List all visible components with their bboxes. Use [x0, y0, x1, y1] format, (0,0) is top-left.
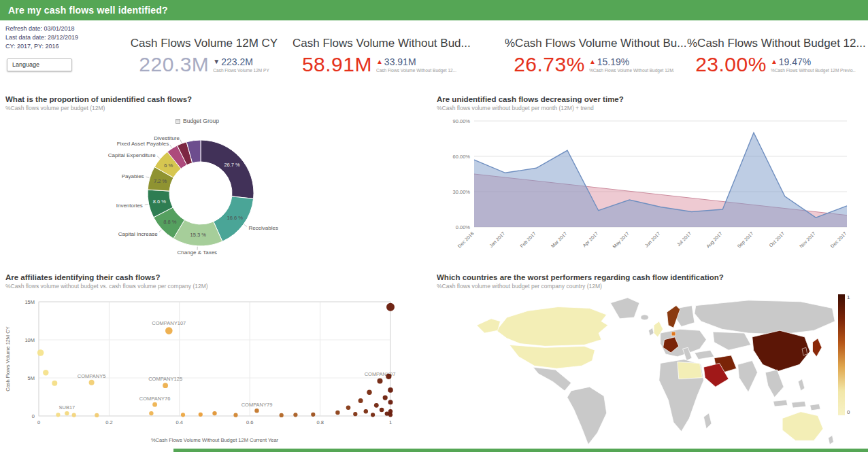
budget-donut-chart[interactable]: 26.7 %16.6 %Receivables15.3 %Change & Ta… — [76, 113, 325, 271]
svg-text:Apr 2017: Apr 2017 — [582, 231, 599, 249]
svg-text:60.00%: 60.00% — [453, 154, 471, 160]
country-china[interactable] — [752, 330, 810, 371]
kpi-pct-cash-flows-without-budget-12m[interactable]: %Cash Flows Without Budget 12... 23.00% … — [687, 37, 864, 76]
map-panel-subtitle: %Cash flows volume without budget per co… — [437, 283, 602, 290]
svg-text:Cash Flows Volume 12M CY: Cash Flows Volume 12M CY — [5, 326, 11, 391]
footer-accent-bar — [173, 449, 868, 452]
kpi-delta-value: 19.47% — [779, 56, 811, 67]
region-se-asia[interactable] — [765, 370, 784, 398]
svg-text:0.4: 0.4 — [176, 419, 183, 425]
svg-text:COMPANY76: COMPANY76 — [139, 396, 171, 402]
country-canada[interactable] — [497, 307, 608, 347]
map-color-legend: 1 0 — [838, 294, 850, 415]
country-greenland[interactable] — [611, 298, 639, 319]
svg-text:Payables: Payables — [122, 173, 144, 179]
country-madagascar[interactable] — [703, 413, 712, 429]
svg-text:Dec 2016: Dec 2016 — [457, 231, 475, 249]
svg-text:COMPANY125: COMPANY125 — [148, 376, 182, 382]
svg-text:8.8 %: 8.8 % — [163, 219, 177, 225]
svg-text:COMPANY5: COMPANY5 — [78, 373, 106, 379]
map-panel-title: Which countries are the worst performers… — [437, 273, 724, 281]
svg-text:Mar 2017: Mar 2017 — [550, 231, 568, 249]
country-new-zealand[interactable] — [829, 436, 834, 445]
country-turkey[interactable] — [695, 350, 714, 360]
legend-max-label: 1 — [847, 294, 850, 300]
line-panel-subtitle: %Cash flows volume without budget per mo… — [437, 105, 594, 111]
svg-text:SUB17: SUB17 — [59, 404, 75, 411]
kpi-cash-flows-volume-12m-cy[interactable]: Cash Flows Volume 12M CY 220.3M ▼ 223.2M… — [119, 37, 289, 76]
kpi-delta-caption: %Cash Flows Volume Without Budget 12M... — [589, 68, 674, 73]
kpi-title: %Cash Flows Without Budget 12... — [687, 37, 864, 50]
country-mexico[interactable] — [533, 367, 571, 391]
country-netherlands[interactable] — [671, 332, 675, 336]
svg-text:15M: 15M — [24, 299, 35, 305]
kpi-cash-flows-volume-without-budget[interactable]: Cash Flows Volume Without Bud... 58.91M … — [293, 37, 466, 76]
donut-panel-title: What is the proportion of unidentified c… — [5, 95, 192, 103]
svg-text:30.00%: 30.00% — [453, 189, 471, 195]
svg-text:0.6: 0.6 — [246, 419, 253, 425]
country-japan[interactable] — [813, 338, 822, 357]
kpi-value: 23.00% — [695, 53, 767, 76]
language-button[interactable]: Language — [7, 58, 72, 71]
country-australia[interactable] — [782, 412, 823, 440]
svg-text:90.00%: 90.00% — [453, 118, 471, 124]
country-ireland[interactable] — [648, 328, 654, 336]
country-india[interactable] — [738, 361, 758, 392]
legend-min-label: 0 — [847, 409, 850, 415]
svg-text:Capital Increase: Capital Increase — [118, 231, 158, 237]
svg-text:15.3 %: 15.3 % — [190, 232, 207, 238]
country-usa[interactable] — [510, 345, 595, 368]
kpi-delta-value: 223.2M — [221, 56, 253, 67]
kpi-delta-caption: Cash Flows Volume 12M PY — [213, 68, 269, 73]
donut-panel-subtitle: %Cash flows volume per budget (12M) — [5, 105, 105, 111]
monthly-trend-chart[interactable]: 0.00%30.00%60.00%90.00%Dec 2016Jan 2017F… — [439, 113, 866, 273]
country-iceland[interactable] — [641, 315, 649, 320]
svg-text:16.6 %: 16.6 % — [227, 215, 243, 221]
color-scale-bar — [838, 294, 845, 415]
sheet-title: Are my cash flows well identified? — [8, 5, 168, 16]
country-russia[interactable] — [695, 300, 835, 334]
svg-text:May 2017: May 2017 — [612, 231, 630, 249]
svg-text:Receivables: Receivables — [248, 225, 278, 231]
scatter-panel-title: Are affiliates identifying their cash fl… — [5, 273, 161, 281]
world-choropleth-map[interactable] — [473, 292, 840, 450]
svg-text:Aug 2017: Aug 2017 — [705, 231, 724, 249]
kpi-delta-value: 15.19% — [597, 56, 629, 67]
kpi-delta-caption: %Cash Flows Without Budget 12M Previo... — [771, 68, 856, 73]
company-scatter-chart[interactable]: 00.20.40.60.8105M10M15MSUB17COMPANY5COMP… — [1, 288, 410, 451]
cy-py-text: CY: 2017, PY: 2016 — [5, 42, 78, 51]
svg-text:Dec 2017: Dec 2017 — [830, 231, 848, 249]
app-header: Are my cash flows well identified? — [0, 0, 868, 20]
svg-text:Jun 2017: Jun 2017 — [644, 231, 661, 248]
svg-text:0: 0 — [37, 419, 40, 425]
svg-text:0.8: 0.8 — [316, 419, 323, 425]
svg-text:Jan 2017: Jan 2017 — [488, 231, 505, 248]
kpi-delta-arrow-icon: ▲ — [376, 58, 383, 65]
country-philippines[interactable] — [798, 379, 805, 391]
country-libya-egypt[interactable] — [678, 362, 703, 379]
svg-text:Feb 2017: Feb 2017 — [519, 231, 537, 249]
svg-text:8.6 %: 8.6 % — [153, 198, 167, 205]
svg-text:Inventories: Inventories — [116, 203, 143, 209]
kpi-value: 220.3M — [139, 53, 209, 76]
kpi-pct-cash-flows-volume-without-budget[interactable]: %Cash Flows Volume Without Bu... 26.73% … — [505, 37, 683, 76]
svg-text:Change & Taxes: Change & Taxes — [178, 249, 218, 256]
last-data-date-text: Last data date: 28/12/2019 — [5, 33, 78, 42]
svg-text:Jul 2017: Jul 2017 — [676, 231, 692, 247]
svg-text:Sep 2017: Sep 2017 — [737, 231, 755, 249]
kpi-delta-caption: Cash Flows Volume Without Budget 12... — [376, 68, 456, 73]
line-panel-title: Are unidentified cash flows decreasing o… — [437, 95, 624, 103]
svg-text:5M: 5M — [28, 375, 35, 381]
kpi-title: %Cash Flows Volume Without Bu... — [505, 37, 683, 50]
kpi-delta-arrow-icon: ▲ — [771, 58, 778, 65]
country-south-america[interactable] — [567, 387, 607, 445]
svg-text:0.2: 0.2 — [105, 419, 112, 425]
svg-text:COMPANY107: COMPANY107 — [152, 320, 186, 326]
kpi-title: Cash Flows Volume 12M CY — [119, 37, 289, 50]
region-central-asia[interactable] — [713, 332, 751, 350]
kpi-delta-value: 33.91M — [384, 56, 416, 67]
svg-text:Divestiture: Divestiture — [154, 135, 180, 141]
kpi-delta-arrow-icon: ▲ — [589, 58, 596, 65]
country-indonesia[interactable] — [773, 400, 820, 410]
svg-text:0.00%: 0.00% — [456, 224, 471, 230]
